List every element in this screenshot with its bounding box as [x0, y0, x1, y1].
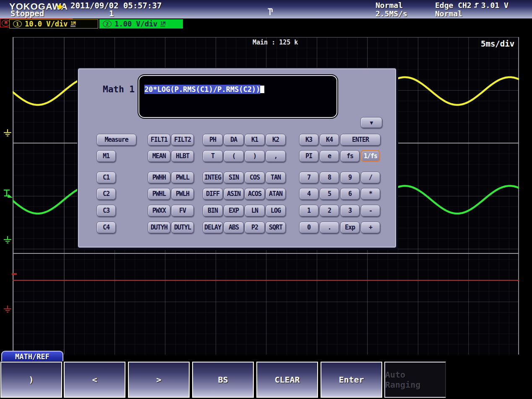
key-cos[interactable]: COS [245, 172, 265, 183]
softkey--[interactable]: ) [0, 362, 62, 398]
text-cursor [260, 86, 264, 93]
key-diff[interactable]: DIFF [203, 188, 223, 200]
scroll-down-button[interactable]: ▼ [360, 117, 382, 128]
channel2-settings[interactable]: 2 1.00 V/div 1M [99, 19, 183, 29]
key-p2[interactable]: P2 [245, 222, 265, 233]
key-[interactable]: ( [224, 150, 244, 162]
key-c1[interactable]: C1 [96, 172, 116, 183]
key-enter[interactable]: ENTER [340, 134, 381, 146]
math-m-icon: M [2, 20, 10, 26]
trigger-level-icon[interactable] [3, 189, 14, 201]
key-hlbt[interactable]: HLBT [171, 150, 194, 162]
menu-tab-math-ref[interactable]: MATH/REF [1, 351, 63, 361]
key-dutyl[interactable]: DUTYL [171, 222, 194, 233]
key-1fs[interactable]: 1/fs [361, 150, 380, 162]
key-[interactable]: + [361, 222, 380, 233]
key-[interactable]: * [361, 188, 380, 200]
key-5[interactable]: 5 [320, 188, 339, 200]
key-pwll[interactable]: PWLL [171, 172, 194, 183]
key-pwxx[interactable]: PWXX [148, 205, 170, 216]
acquisition-mode: Normal [376, 1, 403, 10]
key-[interactable]: , [266, 150, 286, 162]
key-9[interactable]: 9 [340, 172, 360, 183]
key-filt1[interactable]: FILT1 [148, 134, 170, 146]
key-m1[interactable]: M1 [96, 150, 116, 162]
softkey--[interactable]: > [128, 362, 190, 398]
key-[interactable]: . [320, 222, 339, 233]
math-ground-icon[interactable] [3, 305, 12, 315]
key-exp[interactable]: EXP [224, 205, 244, 216]
key-da[interactable]: DA [224, 134, 244, 146]
softkey--[interactable]: < [64, 362, 125, 398]
dialog-title: Math 1 [103, 84, 135, 94]
key-abs[interactable]: ABS [224, 222, 244, 233]
key-k3[interactable]: K3 [299, 134, 318, 146]
key-t[interactable]: T [203, 150, 223, 162]
channel2-impedance-icon: 1M [160, 21, 165, 27]
expression-text: 20*LOG(P.RMS(C1)/P.RMS(C2)) [144, 85, 264, 94]
channel2-scale: 1.00 V/div [115, 20, 157, 28]
key-fv[interactable]: FV [171, 205, 194, 216]
softkey-clear[interactable]: CLEAR [256, 362, 318, 398]
key-pwhh[interactable]: PWHH [148, 172, 170, 183]
trigger-mode: Normal [435, 9, 462, 18]
key-ph[interactable]: PH [203, 134, 223, 146]
key-k2[interactable]: K2 [266, 134, 286, 146]
key-e[interactable]: e [320, 150, 339, 162]
key-0[interactable]: 0 [299, 222, 318, 233]
key-measure[interactable]: Measure [96, 134, 136, 146]
trigger-position-icon[interactable] [267, 8, 274, 18]
zone-divider-2 [13, 253, 519, 254]
key-pwhl[interactable]: PWHL [148, 188, 170, 200]
key-dutyh[interactable]: DUTYH [148, 222, 170, 233]
key-1[interactable]: 1 [299, 205, 318, 216]
key-7[interactable]: 7 [299, 172, 318, 183]
key-4[interactable]: 4 [299, 188, 318, 200]
key-[interactable]: - [361, 205, 380, 216]
channel1-settings[interactable]: 1 10.0 V/div 1M [9, 19, 98, 29]
softkey-auto-ranging: Auto Ranging [384, 362, 446, 398]
key-c4[interactable]: C4 [96, 222, 116, 233]
key-[interactable]: ) [245, 150, 265, 162]
key-atan[interactable]: ATAN [266, 188, 286, 200]
ch2-ground-icon[interactable] [3, 236, 12, 245]
key-acos[interactable]: ACOS [245, 188, 265, 200]
math-level-tick [12, 273, 17, 275]
top-status-bar: YOKOGAWA ◆ Stopped 2011/09/02 05:57:37 1… [0, 0, 532, 18]
key-k4[interactable]: K4 [320, 134, 339, 146]
key-c2[interactable]: C2 [96, 188, 116, 200]
ch1-ground-icon[interactable] [3, 129, 12, 138]
key-mean[interactable]: MEAN [148, 150, 170, 162]
expression-field[interactable]: 20*LOG(P.RMS(C1)/P.RMS(C2)) [138, 75, 337, 118]
key-fs[interactable]: fs [340, 150, 360, 162]
key-c3[interactable]: C3 [96, 205, 116, 216]
record-length-label: Main : 125 k [253, 39, 298, 46]
key-8[interactable]: 8 [320, 172, 339, 183]
trigger-level: 3.01 V [481, 1, 509, 10]
key-filt2[interactable]: FILT2 [171, 134, 194, 146]
channel2-number-icon: 2 [103, 21, 112, 27]
key-ln[interactable]: LN [245, 205, 265, 216]
softkey-enter[interactable]: Enter [321, 362, 382, 398]
key-tan[interactable]: TAN [266, 172, 286, 183]
trigger-summary: Edge CH2 3.01 V [435, 1, 509, 10]
key-k1[interactable]: K1 [245, 134, 265, 146]
key-[interactable]: / [361, 172, 380, 183]
sample-rate: 2.5MS/s [376, 9, 407, 18]
expression-selected-text: 20*LOG(P.RMS(C1)/P.RMS(C2)) [144, 85, 260, 94]
key-asin[interactable]: ASIN [224, 188, 244, 200]
softkey-bs[interactable]: BS [192, 362, 254, 398]
key-6[interactable]: 6 [340, 188, 360, 200]
key-2[interactable]: 2 [320, 205, 339, 216]
key-3[interactable]: 3 [340, 205, 360, 216]
key-bin[interactable]: BIN [203, 205, 223, 216]
key-pwlh[interactable]: PWLH [171, 188, 194, 200]
key-sin[interactable]: SIN [224, 172, 244, 183]
key-delay[interactable]: DELAY [203, 222, 223, 233]
key-pi[interactable]: PI [299, 150, 318, 162]
key-exp[interactable]: Exp [340, 222, 360, 233]
key-sqrt[interactable]: SQRT [266, 222, 286, 233]
key-integ[interactable]: INTEG [203, 172, 223, 183]
channel1-impedance-icon: 1M [70, 21, 76, 27]
key-log[interactable]: LOG [266, 205, 286, 216]
